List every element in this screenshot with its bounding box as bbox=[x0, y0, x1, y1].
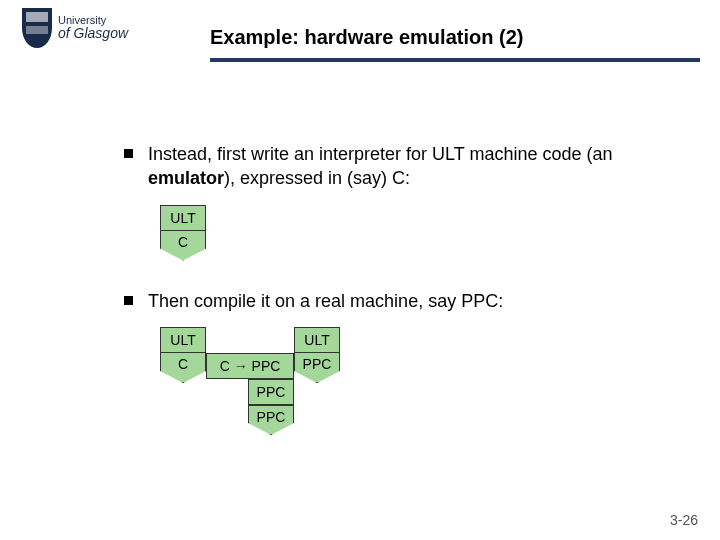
diag2-col1: ULT C bbox=[160, 327, 206, 383]
logo-line2: of Glasgow bbox=[58, 26, 128, 41]
bullet-2: Then compile it on a real machine, say P… bbox=[120, 289, 660, 313]
diag2-c5: PPC bbox=[248, 405, 294, 435]
diag1-bottom: C bbox=[160, 231, 206, 261]
title-rule bbox=[210, 58, 700, 62]
slide-header: University of Glasgow Example: hardware … bbox=[0, 0, 720, 62]
diag2-col4: PPC bbox=[248, 379, 294, 405]
diag2-c3-bot: PPC bbox=[294, 353, 340, 383]
t-diagram-1: ULT C bbox=[160, 205, 660, 261]
bullet-1-post: ), expressed in (say) C: bbox=[224, 168, 410, 188]
bullet-1-pre: Instead, first write an interpreter for … bbox=[148, 144, 613, 164]
diag2-c3-top: ULT bbox=[294, 327, 340, 353]
bullet-1: Instead, first write an interpreter for … bbox=[120, 142, 660, 191]
logo-text: University of Glasgow bbox=[58, 14, 128, 41]
diag2-col2: C → PPC bbox=[206, 353, 294, 379]
bullet-1-bold: emulator bbox=[148, 168, 224, 188]
slide-number: 3-26 bbox=[670, 512, 698, 528]
slide-title: Example: hardware emulation (2) bbox=[210, 26, 523, 49]
diag2-compiler: C → PPC bbox=[206, 353, 294, 379]
diag2-col3: ULT PPC bbox=[294, 327, 340, 383]
diag2-col5: PPC bbox=[248, 405, 294, 435]
diag2-c4: PPC bbox=[248, 379, 294, 405]
t-diagram-2: ULT C C → PPC ULT PPC PPC PPC bbox=[160, 327, 660, 447]
university-logo: University of Glasgow bbox=[22, 8, 128, 48]
crest-icon bbox=[22, 8, 52, 48]
diag2-c1-top: ULT bbox=[160, 327, 206, 353]
slide-content: Instead, first write an interpreter for … bbox=[0, 62, 720, 447]
diag1-top: ULT bbox=[160, 205, 206, 231]
diag2-c1-bot: C bbox=[160, 353, 206, 383]
